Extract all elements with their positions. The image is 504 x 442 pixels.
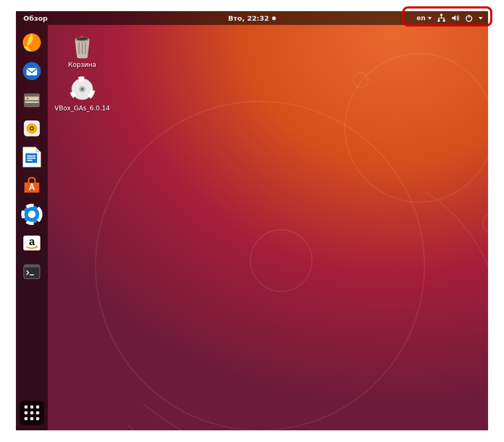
svg-rect-36 <box>79 42 80 54</box>
dock-app-amazon[interactable]: a <box>20 231 44 255</box>
svg-rect-38 <box>85 42 86 54</box>
caret-down-icon <box>428 17 432 20</box>
svg-rect-37 <box>82 42 83 54</box>
libreoffice-writer-icon <box>22 146 42 168</box>
svg-rect-9 <box>468 15 470 18</box>
svg-text:A: A <box>29 183 35 192</box>
activities-button[interactable]: Обзор <box>16 14 55 22</box>
svg-rect-33 <box>30 274 34 275</box>
clock-button[interactable]: Вто, 22:32 <box>228 14 276 22</box>
desktop-icon-label: Корзина <box>68 61 97 68</box>
svg-point-4 <box>483 213 488 234</box>
dock-app-firefox[interactable] <box>20 30 44 55</box>
svg-point-0 <box>95 101 424 430</box>
language-indicator[interactable]: en <box>416 14 432 22</box>
wallpaper-art <box>80 32 488 430</box>
thunderbird-icon <box>21 60 42 82</box>
svg-rect-7 <box>443 20 445 22</box>
svg-rect-15 <box>25 101 39 103</box>
dock-app-thunderbird[interactable] <box>20 59 44 83</box>
dock-app-terminal[interactable] <box>20 259 44 284</box>
svg-point-35 <box>76 37 88 40</box>
svg-rect-5 <box>440 14 442 16</box>
svg-point-3 <box>353 73 368 88</box>
firefox-icon <box>21 32 42 53</box>
svg-point-1 <box>345 54 488 202</box>
rhythmbox-icon <box>21 118 42 139</box>
svg-point-2 <box>250 230 312 291</box>
cd-icon <box>69 76 95 102</box>
svg-rect-12 <box>27 68 37 75</box>
svg-point-28 <box>28 211 36 218</box>
svg-point-20 <box>31 128 33 129</box>
power-icon <box>465 14 473 22</box>
launcher-dock: A a <box>16 25 48 430</box>
volume-icon <box>451 14 459 22</box>
clock-text: Вто, 22:32 <box>228 14 269 22</box>
svg-rect-24 <box>27 160 32 161</box>
dock-app-help[interactable] <box>20 202 44 227</box>
amazon-icon: a <box>21 232 42 254</box>
system-status-area[interactable]: en <box>411 11 488 25</box>
svg-text:a: a <box>29 236 35 247</box>
show-applications-button[interactable] <box>20 401 44 425</box>
svg-rect-22 <box>27 155 36 157</box>
notification-dot <box>272 16 276 20</box>
files-icon <box>21 89 42 110</box>
svg-rect-6 <box>438 20 440 22</box>
language-code: en <box>416 14 425 22</box>
desktop-icon-label: VBox_GAs_6.0.14 <box>55 105 110 112</box>
caret-down-icon <box>479 17 483 20</box>
svg-point-16 <box>27 98 29 99</box>
trash-icon <box>71 33 94 58</box>
desktop-icons: Корзина VBox_GAs_6.0.14 <box>58 32 106 112</box>
dock-app-files[interactable] <box>20 88 44 112</box>
desktop-icon-trash[interactable]: Корзина <box>58 32 106 68</box>
desktop: Обзор Вто, 22:32 en <box>16 11 488 430</box>
svg-rect-23 <box>27 158 36 159</box>
svg-point-42 <box>81 88 84 91</box>
top-panel: Обзор Вто, 22:32 en <box>16 11 488 25</box>
dock-app-rhythmbox[interactable] <box>20 116 44 141</box>
dock-app-software[interactable]: A <box>20 174 44 198</box>
desktop-icon-vbox-additions[interactable]: VBox_GAs_6.0.14 <box>58 76 106 112</box>
dock-app-writer[interactable] <box>20 145 44 169</box>
network-wired-icon <box>437 14 446 22</box>
ubuntu-software-icon: A <box>21 175 42 196</box>
terminal-icon <box>21 261 42 282</box>
help-icon <box>21 204 42 225</box>
svg-rect-32 <box>24 265 40 267</box>
